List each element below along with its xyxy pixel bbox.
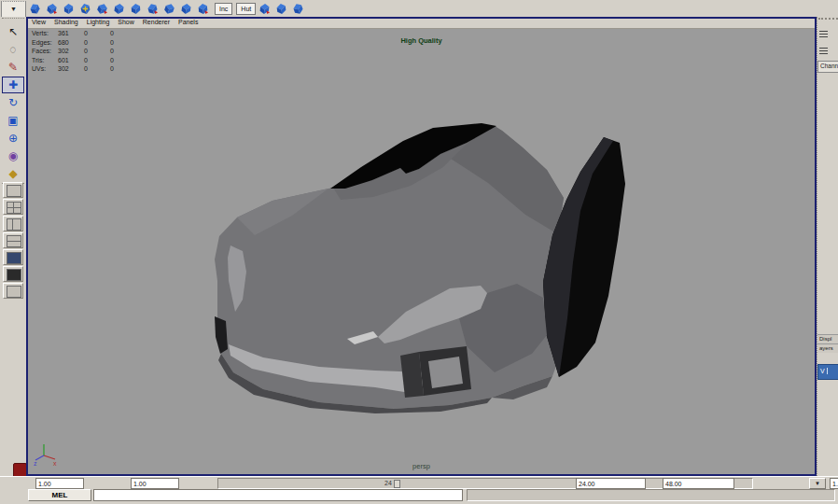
layer-visibility-cell[interactable]: V (820, 368, 828, 374)
poly-sphere-icon[interactable] (28, 1, 44, 17)
quality-hud-label: High Quality (28, 36, 815, 45)
soft-mod-tool[interactable]: ◉ (2, 147, 24, 164)
poly-pyramid-icon[interactable] (146, 1, 161, 17)
layers-menu-label[interactable]: ayers (817, 343, 838, 353)
layout-top-bottom-icon (7, 235, 21, 247)
layer-editor-fragment: Displ ayers V (817, 334, 838, 380)
layout-four-pane[interactable] (3, 199, 23, 215)
playback-speed-field[interactable] (830, 478, 838, 489)
left-corner-shadow (215, 316, 228, 354)
shelf-inc-button[interactable]: Inc (215, 3, 232, 15)
select-tool[interactable]: ↖ (2, 23, 24, 40)
command-response-area (467, 489, 835, 501)
layout-hypershade[interactable] (3, 249, 23, 265)
universal-manipulator-tool-icon: ⊕ (8, 132, 18, 145)
channels-tab[interactable]: Chann (817, 61, 838, 73)
shelf-tab-selector[interactable]: ▼ (1, 1, 26, 18)
poly-extrude-icon[interactable] (258, 1, 273, 17)
animation-start-field[interactable] (35, 478, 84, 489)
lasso-select-tool-icon: ◌ (9, 43, 16, 56)
chevron-down-icon: ▼ (2, 2, 25, 16)
rotate-tool-icon: ↻ (8, 96, 18, 109)
channel-box-strip: Chann Displ ayers V (817, 17, 838, 476)
poly-cone-icon[interactable] (78, 1, 94, 17)
poly-helix-icon[interactable] (179, 1, 195, 17)
menu-panels[interactable]: Panels (178, 19, 198, 25)
layout-custom-icon (7, 286, 21, 298)
intake-inner (428, 357, 463, 388)
panel-drag-handle[interactable] (818, 18, 838, 23)
layout-paint-effects-icon (7, 269, 21, 281)
soft-mod-tool-icon: ◉ (8, 149, 18, 162)
chevron-down-icon: ▼ (815, 481, 820, 486)
layout-single-pane-icon (7, 185, 21, 197)
poly-smooth-icon[interactable] (291, 1, 307, 17)
menu-shading[interactable]: Shading (54, 19, 78, 25)
poly-count-row: Faces:30200 (32, 48, 136, 57)
toolbox: ↖◌✎✚↻▣⊕◉◆ (0, 17, 27, 476)
layout-single-pane[interactable] (3, 182, 23, 198)
layout-four-pane-icon (7, 202, 21, 214)
playback-options-button[interactable]: ▼ (809, 478, 826, 489)
paint-select-tool[interactable]: ✎ (2, 59, 24, 76)
car-model[interactable] (28, 29, 815, 474)
move-tool-icon: ✚ (8, 78, 18, 91)
tool-buttons: ↖◌✎✚↻▣⊕◉◆ (0, 23, 26, 182)
range-slider-row: 24 ▼ (0, 476, 838, 490)
lasso-select-tool[interactable]: ◌ (2, 41, 24, 58)
poly-torus-icon[interactable] (112, 1, 128, 17)
command-line-row: MEL (0, 489, 838, 502)
poly-count-row: UVs:30200 (32, 65, 136, 75)
menu-lighting[interactable]: Lighting (87, 19, 110, 25)
layer-row-selected[interactable]: V (817, 364, 838, 380)
shelf: ▼ IncHut (0, 0, 838, 18)
rotate-tool[interactable]: ↻ (2, 94, 24, 111)
layout-persp-outliner-icon (7, 218, 21, 231)
poly-count-row: Tris:60100 (32, 57, 136, 66)
layer-display-header: Displ (817, 334, 838, 343)
layout-paint-effects[interactable] (3, 266, 23, 282)
paint-select-tool-icon: ✎ (8, 61, 18, 74)
layout-persp-outliner[interactable] (3, 216, 23, 231)
playback-start-field[interactable] (131, 478, 179, 489)
layer-editor-toggle-icon[interactable] (819, 48, 828, 55)
universal-manipulator-tool[interactable]: ⊕ (2, 130, 24, 147)
range-current-label: 24 (384, 480, 400, 488)
poly-prism-icon[interactable] (129, 1, 145, 17)
layout-buttons (0, 181, 26, 300)
layout-hypershade-icon (7, 252, 21, 264)
poly-combine-icon[interactable] (274, 1, 290, 17)
menu-renderer[interactable]: Renderer (143, 19, 170, 25)
axis-z-label: z (34, 460, 37, 467)
poly-pipe-icon[interactable] (162, 1, 178, 17)
axis-x-label: x (53, 460, 57, 467)
menu-show[interactable]: Show (118, 19, 134, 25)
shelf-hut-button[interactable]: Hut (236, 3, 256, 15)
layout-custom[interactable] (3, 283, 23, 299)
poly-cube-icon[interactable] (45, 1, 61, 17)
poly-plane-icon[interactable] (95, 1, 111, 17)
maya-window: ▼ IncHut ↖◌✎✚↻▣⊕◉◆ ViewShadingLightingSh… (0, 0, 838, 504)
show-manipulator-tool-icon: ◆ (8, 167, 17, 180)
animation-end-field[interactable] (663, 478, 734, 489)
channel-box-toggle-icon[interactable] (819, 31, 828, 38)
poly-cylinder-icon[interactable] (62, 1, 77, 17)
playback-end-field[interactable] (576, 478, 646, 489)
command-line-input[interactable] (93, 489, 463, 501)
show-manipulator-tool[interactable]: ◆ (2, 165, 24, 182)
camera-hud-label: persp (28, 462, 815, 470)
poly-soccer-ball-icon[interactable] (196, 1, 212, 17)
menu-view[interactable]: View (32, 19, 46, 25)
mel-toggle-button[interactable]: MEL (28, 489, 91, 501)
select-tool-icon: ↖ (8, 25, 18, 38)
scale-tool[interactable]: ▣ (2, 112, 24, 129)
panel-menubar: ViewShadingLightingShowRendererPanels (28, 19, 815, 29)
viewport[interactable]: Verts:36100Edges:68000Faces:30200Tris:60… (28, 29, 815, 474)
range-handle-icon (394, 480, 400, 488)
move-tool[interactable]: ✚ (2, 77, 24, 93)
layout-top-bottom[interactable] (3, 232, 23, 248)
axis-gizmo-icon: z x (32, 442, 60, 467)
toolbox-separator (2, 18, 24, 22)
perspective-panel: ViewShadingLightingShowRendererPanels Ve… (26, 17, 817, 476)
scale-tool-icon: ▣ (7, 114, 18, 127)
